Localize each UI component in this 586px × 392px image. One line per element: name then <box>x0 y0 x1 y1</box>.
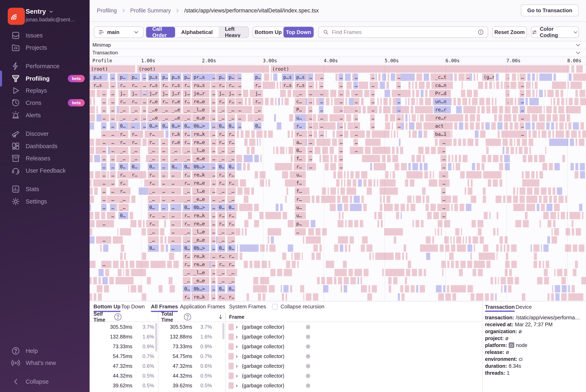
flame-frame[interactable] <box>130 212 133 219</box>
flame-frame[interactable]: … <box>142 74 146 81</box>
flame-frame[interactable] <box>466 171 481 178</box>
flame-frame[interactable] <box>482 155 486 162</box>
flame-frame[interactable]: 0… <box>217 122 225 130</box>
flame-frame[interactable]: … <box>211 269 215 276</box>
flame-frame[interactable] <box>579 204 582 211</box>
flame-frame[interactable] <box>410 179 414 187</box>
flame-frame[interactable]: … <box>211 155 215 162</box>
flame-frame[interactable]: _…e <box>170 114 181 122</box>
sidebar-item-replays[interactable]: Replays <box>0 84 90 97</box>
flame-frame[interactable] <box>392 122 393 130</box>
flame-frame[interactable] <box>312 196 314 203</box>
flame-frame[interactable] <box>97 106 98 113</box>
flame-frame[interactable] <box>408 82 410 89</box>
flame-frame[interactable] <box>333 171 336 178</box>
expand-chevron[interactable]: › <box>236 324 238 330</box>
flame-frame[interactable]: … <box>353 98 358 105</box>
flame-frame[interactable]: p…s <box>170 74 181 81</box>
flame-frame[interactable] <box>113 236 123 244</box>
sort-call-order[interactable]: Call Order <box>146 27 175 38</box>
flame-frame[interactable] <box>538 130 540 138</box>
flame-frame[interactable]: … <box>110 82 115 89</box>
flame-frame[interactable] <box>344 171 346 178</box>
flame-frame[interactable]: r… <box>227 179 235 187</box>
flame-frame[interactable]: r… <box>183 82 191 89</box>
flame-frame[interactable] <box>375 252 394 260</box>
flame-frame[interactable] <box>471 179 473 187</box>
flame-frame[interactable] <box>243 90 248 97</box>
flame-frame[interactable]: 0… <box>119 122 128 130</box>
flame-frame[interactable] <box>251 188 254 195</box>
flame-frame[interactable]: … <box>338 98 343 105</box>
flame-frame[interactable]: … <box>170 171 181 178</box>
flame-frame[interactable]: r…s <box>148 82 159 89</box>
flame-frame[interactable] <box>288 220 294 227</box>
flame-frame[interactable]: 0… <box>148 163 159 170</box>
flame-frame[interactable]: p… <box>227 74 235 81</box>
flame-frame[interactable] <box>561 277 566 284</box>
flame-frame[interactable]: j…r <box>148 90 159 97</box>
flame-frame[interactable] <box>511 244 517 252</box>
flame-frame[interactable] <box>532 114 537 122</box>
flame-frame[interactable] <box>549 163 552 170</box>
flame-frame[interactable] <box>462 98 467 105</box>
flame-frame[interactable] <box>451 285 466 292</box>
flame-frame[interactable] <box>549 196 552 203</box>
flame-frame[interactable] <box>453 138 456 146</box>
flame-frame[interactable]: … <box>161 147 168 154</box>
flame-frame[interactable]: r… <box>148 138 159 146</box>
flame-frame[interactable] <box>215 138 217 146</box>
flame-frame[interactable] <box>580 171 585 178</box>
flame-frame[interactable] <box>273 74 277 81</box>
flame-frame[interactable] <box>424 163 428 170</box>
sidebar-item-issues[interactable]: Issues <box>0 29 90 42</box>
flame-frame[interactable] <box>531 244 532 252</box>
flame-frame[interactable]: … <box>319 74 323 81</box>
flame-frame[interactable] <box>425 90 428 97</box>
flame-frame[interactable]: … <box>370 114 375 122</box>
flame-frame[interactable]: _… <box>148 147 159 154</box>
flame-frame[interactable] <box>244 196 248 203</box>
flame-frame[interactable] <box>385 114 388 122</box>
flame-frame[interactable] <box>166 130 168 138</box>
flame-frame[interactable] <box>529 147 531 154</box>
flame-frame[interactable]: … <box>211 138 215 146</box>
flame-frame[interactable] <box>527 188 532 195</box>
flame-frame[interactable]: … <box>110 114 115 122</box>
flame-frame[interactable]: p…s <box>148 74 159 81</box>
flame-frame[interactable] <box>472 163 475 170</box>
flame-frame[interactable] <box>463 155 467 162</box>
flame-frame[interactable] <box>497 252 498 260</box>
flame-frame[interactable] <box>126 261 128 268</box>
frame-settings-gear[interactable] <box>305 383 311 389</box>
flame-frame[interactable] <box>116 114 118 122</box>
flame-frame[interactable] <box>90 138 94 146</box>
flame-frame[interactable] <box>536 122 544 130</box>
flame-frame[interactable] <box>339 212 340 219</box>
flame-frame[interactable]: _… <box>227 106 235 113</box>
flame-frame[interactable] <box>391 74 395 81</box>
flame-frame[interactable] <box>416 285 418 292</box>
flame-frame[interactable] <box>326 130 327 138</box>
flame-frame[interactable] <box>265 98 269 105</box>
expand-chevron[interactable]: › <box>236 363 238 369</box>
flame-frame[interactable]: _… <box>119 147 128 154</box>
flame-frame[interactable] <box>412 163 418 170</box>
flame-frame[interactable] <box>474 244 475 252</box>
flame-frame[interactable] <box>393 171 395 178</box>
flame-frame[interactable]: 0… <box>183 163 191 170</box>
flame-frame[interactable]: 0… <box>148 204 159 211</box>
flame-frame[interactable] <box>360 220 363 227</box>
flame-frame[interactable] <box>425 204 429 211</box>
flame-frame[interactable] <box>531 171 534 178</box>
flame-frame[interactable] <box>504 114 511 122</box>
flame-frame[interactable] <box>573 122 579 130</box>
flame-frame[interactable]: r…s <box>92 82 108 89</box>
flame-frame[interactable] <box>361 171 367 178</box>
flame-frame[interactable]: … <box>170 228 181 236</box>
flame-frame[interactable] <box>330 204 336 211</box>
flame-frame[interactable] <box>528 138 533 146</box>
flame-frame[interactable] <box>97 285 102 292</box>
flame-frame[interactable] <box>525 171 529 178</box>
flame-frame[interactable] <box>270 269 275 276</box>
